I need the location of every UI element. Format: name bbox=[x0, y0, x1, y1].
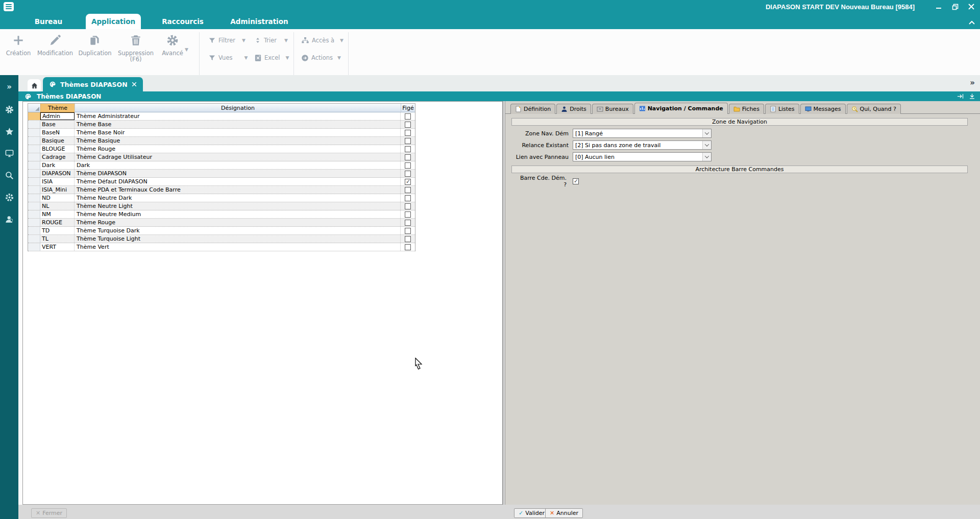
table-row[interactable]: ND Thème Neutre Dark bbox=[28, 194, 415, 202]
theme-cell[interactable]: NM bbox=[40, 210, 75, 218]
row-selector-cell[interactable] bbox=[28, 170, 40, 177]
suppression-button[interactable]: Suppression(F6) bbox=[117, 32, 154, 68]
table-row[interactable]: NL Thème Neutre Light bbox=[28, 202, 415, 210]
theme-cell[interactable]: Dark bbox=[40, 161, 75, 169]
gear-icon[interactable] bbox=[0, 190, 18, 205]
table-row[interactable]: VERT Thème Vert bbox=[28, 243, 415, 251]
column-header-theme[interactable]: Thème bbox=[40, 104, 75, 112]
fige-checkbox[interactable] bbox=[405, 138, 411, 144]
user-admin-icon[interactable] bbox=[0, 211, 18, 227]
theme-cell[interactable]: ROUGE bbox=[40, 219, 75, 226]
fige-cell[interactable] bbox=[401, 202, 415, 210]
fige-checkbox[interactable] bbox=[405, 113, 411, 120]
designation-cell[interactable]: Thème Base bbox=[75, 121, 401, 128]
relance-dropdown[interactable]: [2] Si pas dans zone de travail bbox=[573, 140, 712, 150]
designation-cell[interactable]: Thème Rouge bbox=[75, 145, 401, 153]
theme-cell[interactable]: BaseN bbox=[40, 129, 75, 136]
designation-cell[interactable]: Thème Neutre Dark bbox=[75, 194, 401, 202]
fige-cell[interactable] bbox=[401, 112, 415, 120]
row-selector-cell[interactable] bbox=[28, 186, 40, 194]
modification-button[interactable]: Modification bbox=[37, 32, 74, 68]
tab-qui-quand[interactable]: Qui, Quand ? bbox=[847, 104, 901, 114]
designation-cell[interactable]: Thème Cadrage Utilisateur bbox=[75, 153, 401, 161]
fige-checkbox[interactable] bbox=[405, 130, 411, 136]
fige-cell[interactable] bbox=[401, 161, 415, 169]
minimize-panel-icon[interactable] bbox=[968, 92, 976, 100]
fige-cell[interactable] bbox=[401, 121, 415, 128]
duplication-button[interactable]: Duplication bbox=[77, 32, 113, 68]
collapse-ribbon-button[interactable] bbox=[968, 17, 975, 27]
fige-checkbox[interactable] bbox=[405, 187, 411, 193]
tab-messages[interactable]: Messages bbox=[800, 104, 846, 114]
fige-cell[interactable] bbox=[401, 170, 415, 177]
fige-checkbox[interactable] bbox=[405, 171, 411, 177]
fige-cell[interactable] bbox=[401, 145, 415, 153]
designation-cell[interactable]: Thème Base Noir bbox=[75, 129, 401, 136]
row-selector-cell[interactable] bbox=[28, 235, 40, 243]
fige-checkbox[interactable] bbox=[405, 211, 411, 218]
lien-panneau-dropdown[interactable]: [0] Aucun lien bbox=[573, 152, 712, 161]
table-row[interactable]: BLOUGE Thème Rouge bbox=[28, 145, 415, 153]
table-row[interactable]: NM Thème Neutre Medium bbox=[28, 210, 415, 219]
row-selector-cell[interactable] bbox=[28, 227, 40, 234]
table-row[interactable]: ISIA_Mini Thème PDA et Terminaux Code Ba… bbox=[28, 186, 415, 194]
designation-cell[interactable]: Thème Vert bbox=[75, 243, 401, 251]
trier-button[interactable]: Trier▼ bbox=[254, 35, 291, 45]
designation-cell[interactable]: Thème Défaut DIAPASON bbox=[75, 178, 401, 185]
table-row[interactable]: TD Thème Turquoise Dark bbox=[28, 227, 415, 235]
home-tab[interactable] bbox=[28, 79, 41, 91]
row-selector-cell[interactable] bbox=[28, 137, 40, 145]
fige-cell[interactable] bbox=[401, 235, 415, 243]
theme-cell[interactable]: BLOUGE bbox=[40, 145, 75, 153]
fige-checkbox[interactable] bbox=[405, 154, 411, 160]
theme-cell[interactable]: Cadrage bbox=[40, 153, 75, 161]
fige-checkbox[interactable] bbox=[405, 179, 411, 185]
theme-cell[interactable]: Admin bbox=[40, 112, 75, 120]
table-row[interactable]: Basique Thème Basique bbox=[28, 137, 415, 145]
filtrer-button[interactable]: Filtrer▼ bbox=[208, 35, 249, 45]
menu-tab-application[interactable]: Application bbox=[86, 14, 141, 29]
dropdown-arrow-icon[interactable] bbox=[702, 129, 711, 137]
dropdown-arrow-icon[interactable] bbox=[702, 141, 711, 149]
row-selector-cell[interactable] bbox=[28, 129, 40, 136]
tab-droits[interactable]: Droits bbox=[556, 104, 591, 114]
tab-fiches[interactable]: Fiches bbox=[729, 104, 764, 114]
fige-checkbox[interactable] bbox=[405, 203, 411, 209]
designation-cell[interactable]: Thème Turquoise Dark bbox=[75, 227, 401, 234]
tab-themes-diapason[interactable]: Thèmes DIAPASON bbox=[43, 77, 143, 91]
avance-dropdown[interactable]: ▼ bbox=[185, 44, 188, 55]
designation-cell[interactable]: Thème Neutre Medium bbox=[75, 210, 401, 218]
theme-cell[interactable]: Basique bbox=[40, 137, 75, 145]
table-row[interactable]: Base Thème Base bbox=[28, 121, 415, 129]
minimize-button[interactable] bbox=[933, 2, 944, 12]
creation-button[interactable]: Création bbox=[0, 32, 37, 68]
designation-cell[interactable]: Thème DIAPASON bbox=[75, 170, 401, 177]
tab-navigation-commande[interactable]: Navigation / Commande bbox=[634, 103, 728, 114]
row-selector-cell[interactable] bbox=[28, 121, 40, 128]
row-selector-cell[interactable] bbox=[28, 178, 40, 185]
designation-cell[interactable]: Dark bbox=[75, 161, 401, 169]
menu-tab-administration[interactable]: Administration bbox=[229, 14, 290, 29]
fige-checkbox[interactable] bbox=[405, 162, 411, 169]
fige-checkbox[interactable] bbox=[405, 228, 411, 234]
fige-cell[interactable] bbox=[401, 129, 415, 136]
barre-cde-checkbox[interactable] bbox=[573, 178, 579, 184]
table-row[interactable]: ROUGE Thème Rouge bbox=[28, 219, 415, 227]
column-header-fige[interactable]: Figé bbox=[401, 104, 415, 112]
fige-cell[interactable] bbox=[401, 178, 415, 185]
dropdown-arrow-icon[interactable] bbox=[702, 153, 711, 161]
tab-listes[interactable]: Listes bbox=[765, 104, 799, 114]
fige-checkbox[interactable] bbox=[405, 122, 411, 128]
row-selector-cell[interactable] bbox=[28, 202, 40, 210]
monitor-icon[interactable] bbox=[0, 146, 18, 161]
acces-a-button[interactable]: Accès à▼ bbox=[301, 35, 345, 45]
fige-cell[interactable] bbox=[401, 227, 415, 234]
fige-cell[interactable] bbox=[401, 153, 415, 161]
expand-sidebar-icon[interactable]: » bbox=[0, 79, 18, 95]
restore-button[interactable] bbox=[949, 2, 961, 12]
table-row[interactable]: DIAPASON Thème DIAPASON bbox=[28, 170, 415, 178]
fige-cell[interactable] bbox=[401, 210, 415, 218]
designation-cell[interactable]: Thème PDA et Terminaux Code Barre bbox=[75, 186, 401, 194]
actions-button[interactable]: Actions▼ bbox=[301, 53, 345, 63]
fige-checkbox[interactable] bbox=[405, 236, 411, 242]
